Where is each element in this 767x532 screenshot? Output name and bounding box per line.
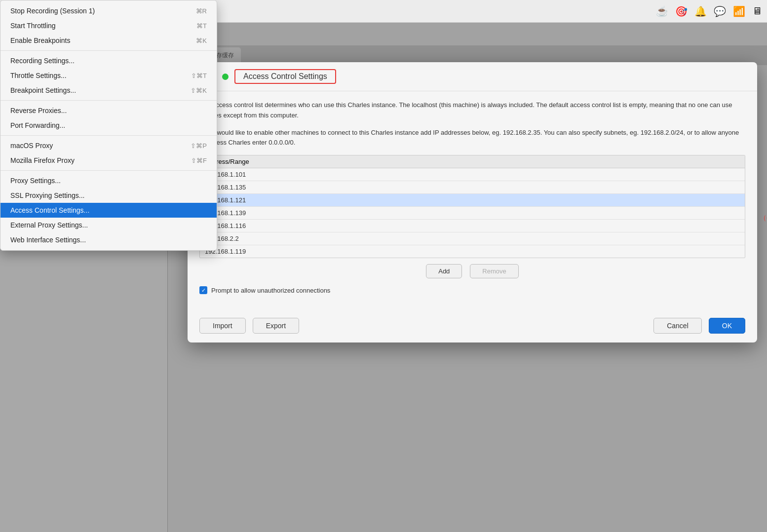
menu-item-label: Access Control Settings... (10, 206, 89, 214)
modal-footer: Import Export Cancel OK (188, 313, 757, 342)
modal-title-area: Access Control Settings (234, 69, 747, 84)
menu-item-label: Start Throttling (10, 22, 56, 30)
add-button[interactable]: Add (426, 264, 462, 278)
menubar-right-icons: ☕ 🎯 🔔 💬 📶 🖥 (656, 5, 762, 17)
table-row-3[interactable]: 192.168.1.121 (200, 194, 745, 207)
menu-item-label: Web Interface Settings... (10, 236, 86, 244)
import-button[interactable]: Import (199, 318, 246, 334)
menu-item-shortcut: ⌘R (196, 7, 207, 15)
modal-header: Access Control Settings (188, 62, 757, 91)
traffic-light-maximize[interactable] (222, 74, 229, 80)
menu-item-start-throttling[interactable]: Start Throttling ⌘T (0, 18, 217, 33)
menu-item-shortcut: ⇧⌘P (191, 142, 207, 150)
menu-item-shortcut: ⇧⌘T (191, 72, 207, 79)
annotation-text: 显示允许接入的ip地址 （手机中设置http代理时填写） (760, 201, 767, 223)
menu-item-label: Proxy Settings... (10, 177, 61, 185)
add-remove-row: Add Remove (199, 264, 745, 278)
export-button[interactable]: Export (253, 318, 299, 334)
separator-4 (0, 170, 217, 171)
menu-item-shortcut: ⇧⌘K (191, 87, 207, 94)
chat-icon[interactable]: 💬 (714, 5, 726, 17)
remove-button[interactable]: Remove (470, 264, 518, 278)
menu-item-label: External Proxy Settings... (10, 221, 88, 229)
checkbox-label: Prompt to allow unauthorized connections (211, 287, 330, 294)
menu-item-shortcut: ⌘K (196, 37, 207, 44)
table-container: Address/Range 192.168.1.101 192.168.1.13… (199, 155, 745, 258)
menu-item-breakpoint-settings[interactable]: Breakpoint Settings... ⇧⌘K (0, 83, 217, 98)
menu-item-label: Enable Breakpoints (10, 37, 70, 44)
table-header: Address/Range (200, 155, 745, 168)
menu-item-enable-breakpoints[interactable]: Enable Breakpoints ⌘K (0, 33, 217, 48)
menu-item-stop-recording[interactable]: Stop Recording (Session 1) ⌘R (0, 3, 217, 18)
ip-table-wrapper: Address/Range 192.168.1.101 192.168.1.13… (199, 155, 745, 258)
coffee-icon[interactable]: ☕ (656, 5, 668, 17)
unauthorized-checkbox[interactable]: ✓ (199, 286, 207, 294)
menu-item-label: SSL Proxying Settings... (10, 191, 84, 199)
menu-item-proxy-settings[interactable]: Proxy Settings... (0, 173, 217, 188)
table-row-2[interactable]: 192.168.1.135 (200, 181, 745, 194)
menu-item-firefox-proxy[interactable]: Mozilla Firefox Proxy ⇧⌘F (0, 153, 217, 168)
menu-item-label: Recording Settings... (10, 57, 75, 65)
separator-3 (0, 135, 217, 136)
menu-item-label: macOS Proxy (10, 142, 53, 150)
target-icon[interactable]: 🎯 (675, 5, 688, 17)
table-row-7[interactable]: 192.168.1.119 (200, 245, 745, 258)
modal-description-2: If you would like to enable other machin… (199, 128, 745, 149)
menu-item-label: Mozilla Firefox Proxy (10, 156, 75, 164)
display-icon: 🖥 (752, 5, 762, 17)
menu-item-label: Reverse Proxies... (10, 107, 67, 114)
ok-button[interactable]: OK (709, 318, 745, 334)
modal-title: Access Control Settings (243, 72, 327, 80)
menu-item-label: Breakpoint Settings... (10, 86, 76, 94)
modal-title-box: Access Control Settings (234, 69, 336, 84)
menu-item-port-forwarding[interactable]: Port Forwarding... (0, 118, 217, 133)
menu-item-reverse-proxies[interactable]: Reverse Proxies... (0, 103, 217, 118)
menu-item-shortcut: ⇧⌘F (191, 157, 207, 164)
menu-item-throttle-settings[interactable]: Throttle Settings... ⇧⌘T (0, 68, 217, 83)
menu-item-label: Port Forwarding... (10, 121, 65, 129)
table-row-4[interactable]: 192.168.1.139 (200, 207, 745, 220)
menu-item-recording-settings[interactable]: Recording Settings... (0, 53, 217, 68)
cancel-button[interactable]: Cancel (653, 318, 702, 334)
table-row-5[interactable]: 192.168.1.116 (200, 220, 745, 232)
wifi-icon: 📶 (733, 5, 745, 17)
separator-1 (0, 50, 217, 51)
menu-item-external-proxy[interactable]: External Proxy Settings... (0, 218, 217, 232)
modal-dialog: Access Control Settings The access contr… (188, 62, 757, 342)
bell-icon[interactable]: 🔔 (694, 5, 707, 17)
separator-2 (0, 100, 217, 101)
proxy-dropdown-menu[interactable]: Stop Recording (Session 1) ⌘R Start Thro… (0, 0, 217, 251)
table-row-6[interactable]: 192.168.2.2 (200, 232, 745, 245)
menu-item-web-interface[interactable]: Web Interface Settings... (0, 232, 217, 247)
menu-item-access-control[interactable]: Access Control Settings... (0, 203, 217, 218)
table-row-1[interactable]: 192.168.1.101 (200, 168, 745, 181)
menu-item-label: Throttle Settings... (10, 72, 67, 79)
annotation-line2: （手机中设置http代理时填写） (760, 213, 767, 221)
menu-item-ssl-proxying[interactable]: SSL Proxying Settings... (0, 188, 217, 203)
checkbox-row: ✓ Prompt to allow unauthorized connectio… (199, 286, 745, 294)
menu-item-label: Stop Recording (Session 1) (10, 7, 95, 15)
modal-description-1: The access control list determines who c… (199, 100, 745, 121)
menu-item-shortcut: ⌘T (196, 22, 207, 30)
menu-item-macos-proxy[interactable]: macOS Proxy ⇧⌘P (0, 138, 217, 153)
modal-body: The access control list determines who c… (188, 91, 757, 313)
